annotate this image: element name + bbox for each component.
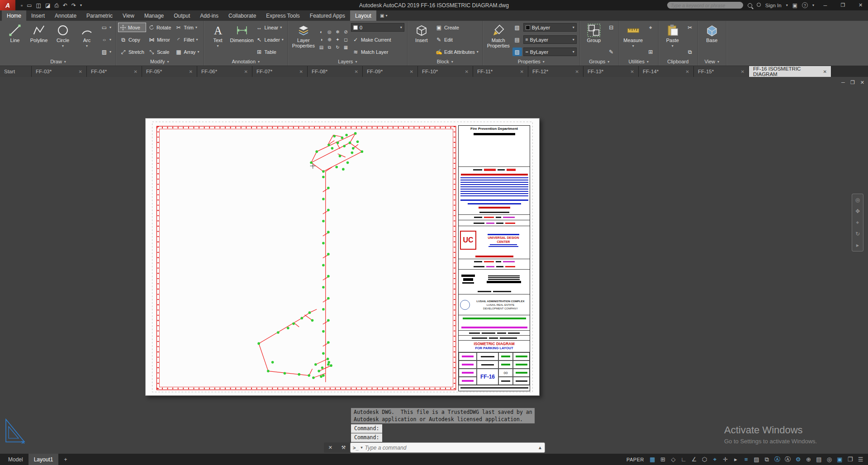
close-tab-icon[interactable]: ✕ [355,69,358,74]
layer-thaw-icon[interactable]: ✦ [334,36,342,43]
panel-label-annotation[interactable]: Annotation▾ [204,57,288,66]
panel-label-block[interactable]: Block▾ [408,57,483,66]
trim-button[interactable]: ✂Trim▾ [174,23,200,32]
group-button[interactable]: Group [583,22,605,57]
pan-icon[interactable]: ✥ [855,208,860,214]
base-button[interactable]: Base [701,22,723,57]
paper-sheet[interactable]: Fire Prevention Department UC UNIVERSAL … [145,118,540,396]
autoscale-icon[interactable]: Ⓐ [783,455,792,464]
viewport-restore-icon[interactable]: ❐ [850,80,855,85]
command-customize-icon[interactable]: ⚒ [341,445,346,451]
layer-properties-button[interactable]: Layer Properties [291,22,316,57]
command-line-grip[interactable]: ✕ ⚒ [324,442,350,453]
zoom-icon[interactable]: ⌖ [856,219,859,226]
transparency-icon[interactable]: ▨ [752,455,761,464]
group-edit-button[interactable]: ✎ [607,47,616,56]
table-button[interactable]: ⊞Table [255,47,285,56]
search-icon[interactable] [748,3,752,8]
cut-button[interactable]: ✂ [685,23,695,32]
close-tab-icon[interactable]: ✕ [823,69,827,74]
grid-icon[interactable]: ▦ [648,455,657,464]
file-tab-ff10[interactable]: FF-10*✕ [418,66,473,77]
layer-freeze-icon[interactable]: ❄ [334,28,342,35]
ellipse-button[interactable]: ○▾ [100,35,113,44]
create-block-button[interactable]: ▣Create [434,23,480,32]
sign-in-button[interactable]: Sign In [765,3,782,8]
layer-match-icon[interactable]: ⧉ [326,44,333,51]
close-tab-icon[interactable]: ✕ [79,69,82,74]
mirror-button[interactable]: ⋈Mirror [147,35,172,44]
plot-style-tool[interactable]: ▤ [512,35,522,44]
command-history-toggle-icon[interactable]: ▲ [538,445,542,450]
tab-home[interactable]: Home [2,10,26,21]
layer-lock-icon[interactable]: ⊘ [342,28,350,35]
arc-button[interactable]: Arc▾ [76,22,98,57]
leader-button[interactable]: ↖Leader▾ [255,35,285,44]
dimension-button[interactable]: Dimension [231,22,253,57]
close-tab-icon[interactable]: ✕ [134,69,138,74]
hatch-button[interactable]: ▨▾ [100,47,113,56]
close-tab-icon[interactable]: ✕ [631,69,634,74]
dynamic-input-icon[interactable]: ▸ [731,455,740,464]
measure-button[interactable]: Measure▾ [622,22,645,57]
close-tab-icon[interactable]: ✕ [465,69,469,74]
orbit-icon[interactable]: ↻ [855,231,860,237]
copy-button[interactable]: ⧉Copy [119,35,146,44]
layout1-tab[interactable]: Layout1 [28,454,59,465]
stretch-button[interactable]: ⤢Stretch [119,47,146,56]
close-tab-icon[interactable]: ✕ [189,69,193,74]
panel-label-properties[interactable]: Properties▾ [483,57,579,66]
tab-collaborate[interactable]: Collaborate [223,10,261,21]
layer-select-combo[interactable]: 0▾ [351,23,404,32]
text-button[interactable]: Text▾ [207,22,229,57]
rotate-button[interactable]: Rotate [147,23,172,32]
layer-walk-icon[interactable]: ▤ [318,44,325,51]
layer-unisolate-icon[interactable]: ⊕ [326,36,333,43]
color-combo[interactable]: ByLayer▾ [523,23,577,32]
file-tab-ff11[interactable]: FF-11*✕ [473,66,528,77]
viewport-minimize-icon[interactable]: ─ [841,80,845,85]
model-tab[interactable]: Model [3,454,28,465]
command-close-icon[interactable]: ✕ [328,445,332,451]
copy-clip-button[interactable]: ⧉ [685,47,695,56]
help-icon[interactable]: ? [802,2,808,8]
app-store-icon[interactable]: ▣ [792,2,797,9]
open-icon[interactable]: ▭ [27,2,32,9]
edit-attributes-button[interactable]: ✍Edit Attributes▾ [434,47,480,56]
close-tab-icon[interactable]: ✕ [299,69,303,74]
layer-on-icon[interactable]: ◑ [318,36,325,43]
add-layout-button[interactable]: + [58,454,72,465]
transparency-tool[interactable]: ▨ [512,47,522,56]
layer-unlock-icon[interactable]: ◻ [342,36,350,43]
drawing-viewport[interactable]: ─ ❐ ✕ Fire Prevention Department [0,77,868,454]
file-tab-start[interactable]: Start [0,66,32,77]
file-tab-ff13[interactable]: FF-13*✕ [583,66,639,77]
isolate-objects-icon[interactable]: ◎ [825,455,834,464]
search-input[interactable] [667,2,743,9]
array-button[interactable]: ▦Array▾ [174,47,200,56]
isodraft-icon[interactable]: ⬡ [700,455,709,464]
ortho-icon[interactable]: ∟ [679,455,688,464]
clean-screen-icon[interactable]: ❐ [845,455,855,464]
save-as-icon[interactable]: ◪ [45,2,50,9]
tab-output[interactable]: Output [169,10,195,21]
rectangle-button[interactable]: ▭▾ [100,23,113,32]
fillet-button[interactable]: ◜Fillet▾ [174,35,200,44]
ribbon-minimize-caret-icon[interactable]: ▾ [385,14,387,18]
annotation-visibility-icon[interactable]: Ⓐ [773,455,782,464]
linear-button[interactable]: ↔Linear▾ [255,23,285,32]
file-tab-ff16-active[interactable]: FF-16 ISOSMETRIC DIAGRAM✕ [749,66,831,77]
close-button[interactable]: ✕ [854,0,867,10]
layer-off-icon[interactable]: ◐ [318,28,325,35]
file-tab-ff07[interactable]: FF-07*✕ [252,66,308,77]
close-tab-icon[interactable]: ✕ [575,69,579,74]
steering-wheel-icon[interactable]: ◎ [855,197,860,203]
infer-constraints-icon[interactable]: ◇ [669,455,678,464]
new-icon[interactable]: ▫ [21,2,23,9]
close-tab-icon[interactable]: ✕ [686,69,689,74]
panel-label-utilities[interactable]: Utilities▾ [619,57,658,66]
file-tab-ff08[interactable]: FF-08*✕ [308,66,363,77]
redo-icon[interactable]: ↷ [71,2,76,9]
close-tab-icon[interactable]: ✕ [244,69,248,74]
layer-prev-icon[interactable]: ↻ [334,44,342,51]
